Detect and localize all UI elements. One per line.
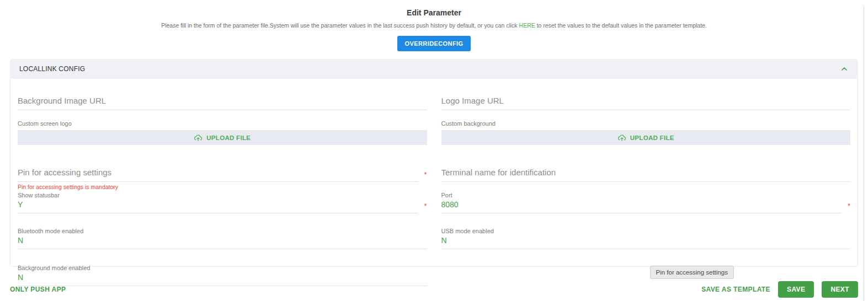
page-title: Edit Parameter: [0, 8, 868, 17]
save-button[interactable]: SAVE: [778, 281, 814, 298]
here-link[interactable]: HERE: [519, 22, 535, 29]
required-asterisk: *: [422, 202, 427, 213]
show-statusbar-label: Show statusbar: [18, 192, 427, 198]
bluetooth-mode-input[interactable]: [18, 234, 427, 249]
cloud-upload-icon: [194, 134, 203, 142]
required-asterisk: *: [845, 202, 850, 213]
logo-image-url-input[interactable]: [441, 93, 851, 110]
show-statusbar-input[interactable]: [18, 198, 418, 213]
form-grid: Custom screen logo UPLOAD FILE * Pin for…: [18, 88, 850, 286]
background-mode-input[interactable]: [18, 271, 427, 286]
logo-image-url-row: [441, 93, 851, 110]
spacer: [441, 182, 851, 191]
subtitle-text-after: to reset the values to the default value…: [535, 22, 707, 29]
save-as-template-button[interactable]: SAVE AS TEMPLATE: [701, 286, 770, 293]
custom-background-label: Custom background: [441, 120, 851, 127]
terminal-name-row: [441, 165, 851, 182]
pin-tooltip: Pin for accessing settings: [650, 266, 734, 279]
pin-row: *: [18, 165, 427, 182]
left-column: Custom screen logo UPLOAD FILE * Pin for…: [18, 88, 427, 286]
right-column: Custom background UPLOAD FILE Port: [441, 88, 851, 286]
scrollbar[interactable]: [864, 6, 864, 301]
usb-mode-label: USB mode enabled: [441, 228, 851, 234]
locallink-config-panel: LOCALLINK CONFIG Custom screen logo UPLO…: [10, 59, 858, 267]
background-mode-label: Background mode enabled: [18, 265, 427, 271]
background-mode-row: [18, 271, 427, 286]
cloud-upload-icon: [617, 134, 626, 142]
upload-file-button-left[interactable]: UPLOAD FILE: [18, 130, 427, 145]
terminal-name-input[interactable]: [441, 165, 851, 182]
overrideconfig-button[interactable]: OVERRIDECONFIG: [397, 36, 471, 51]
usb-mode-input[interactable]: [441, 234, 851, 249]
page-header: Edit Parameter Please fill in the form o…: [0, 0, 868, 51]
pin-input[interactable]: [18, 165, 418, 182]
required-asterisk: *: [422, 170, 427, 182]
port-label: Port: [441, 192, 851, 198]
page-subtitle: Please fill in the form of the parameter…: [0, 22, 868, 29]
port-input[interactable]: [441, 198, 842, 213]
upload-file-button-right[interactable]: UPLOAD FILE: [441, 130, 851, 145]
panel-title: LOCALLINK CONFIG: [19, 65, 85, 73]
subtitle-text-before: Please fill in the form of the parameter…: [161, 22, 519, 29]
bluetooth-mode-label: Bluetooth mode enabled: [18, 228, 427, 234]
next-button[interactable]: NEXT: [822, 281, 858, 298]
upload-file-label: UPLOAD FILE: [630, 135, 674, 141]
tooltip-wrapper: Pin for accessing settings: [441, 266, 851, 279]
footer-right-actions: SAVE AS TEMPLATE SAVE NEXT: [701, 281, 858, 298]
port-row: *: [441, 198, 851, 213]
panel-body: Custom screen logo UPLOAD FILE * Pin for…: [10, 79, 858, 267]
usb-mode-row: [441, 234, 851, 249]
upload-file-label: UPLOAD FILE: [206, 135, 251, 141]
show-statusbar-row: *: [18, 198, 427, 213]
background-image-url-input[interactable]: [18, 93, 427, 110]
panel-header[interactable]: LOCALLINK CONFIG: [10, 59, 858, 79]
pin-error-message: Pin for accessing settings is mandatory: [18, 184, 427, 191]
only-push-app-button[interactable]: ONLY PUSH APP: [10, 286, 66, 293]
background-image-url-row: [18, 93, 427, 110]
bluetooth-mode-row: [18, 234, 427, 249]
custom-screen-logo-label: Custom screen logo: [18, 120, 427, 127]
chevron-up-icon[interactable]: [840, 64, 849, 73]
